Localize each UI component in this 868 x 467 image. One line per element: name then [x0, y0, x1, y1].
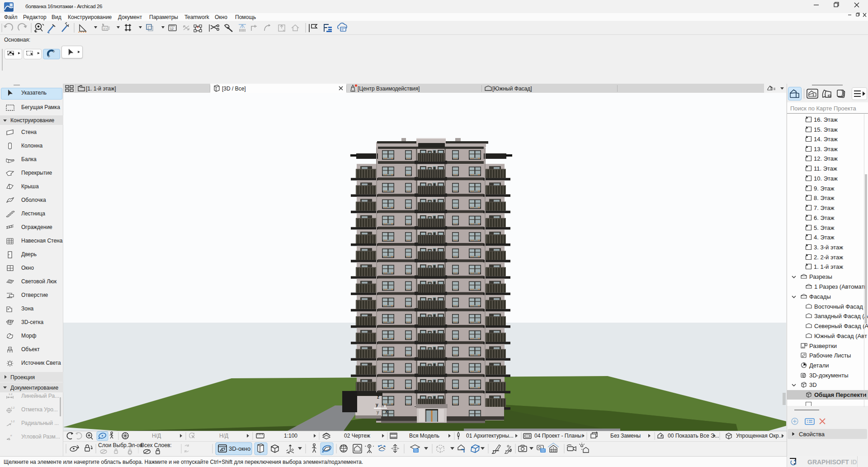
svg-text:01 Архитектурны...: 01 Архитектурны...	[466, 433, 514, 439]
svg-text:x: x	[385, 409, 388, 414]
svg-text:y: y	[376, 402, 378, 407]
svg-text:02 Чертеж: 02 Чертеж	[344, 433, 370, 439]
svg-text:Н/Д: Н/Д	[152, 433, 161, 439]
svg-text:α: α	[10, 434, 12, 437]
svg-text:Упрощенная Окр...: Упрощенная Окр...	[736, 433, 783, 439]
svg-text:1.2: 1.2	[11, 406, 15, 409]
svg-text:z: z	[377, 395, 379, 400]
svg-text:Н/Д: Н/Д	[219, 433, 228, 439]
svg-text:y: y	[377, 410, 379, 415]
svg-text:Вся Модель: Вся Модель	[409, 433, 439, 439]
svg-text:1:100: 1:100	[284, 433, 297, 439]
svg-text:Всех Слоев:: Всех Слоев:	[141, 442, 172, 448]
svg-text:1.2: 1.2	[11, 420, 15, 423]
svg-text:00 Показать Все Э...: 00 Показать Все Э...	[668, 433, 719, 439]
svg-text:12: 12	[170, 27, 174, 30]
svg-text:x: x	[384, 404, 386, 408]
svg-text:XY: XY	[103, 27, 108, 30]
svg-text:1.2: 1.2	[9, 393, 13, 396]
svg-text:04 Проект - Планы: 04 Проект - Планы	[534, 433, 581, 439]
svg-text:Без Замены: Без Замены	[610, 433, 641, 439]
svg-text:Слои Выбр.Эл-ов: Слои Выбр.Эл-ов	[98, 442, 142, 448]
svg-text:3D-окно: 3D-окно	[229, 445, 250, 452]
